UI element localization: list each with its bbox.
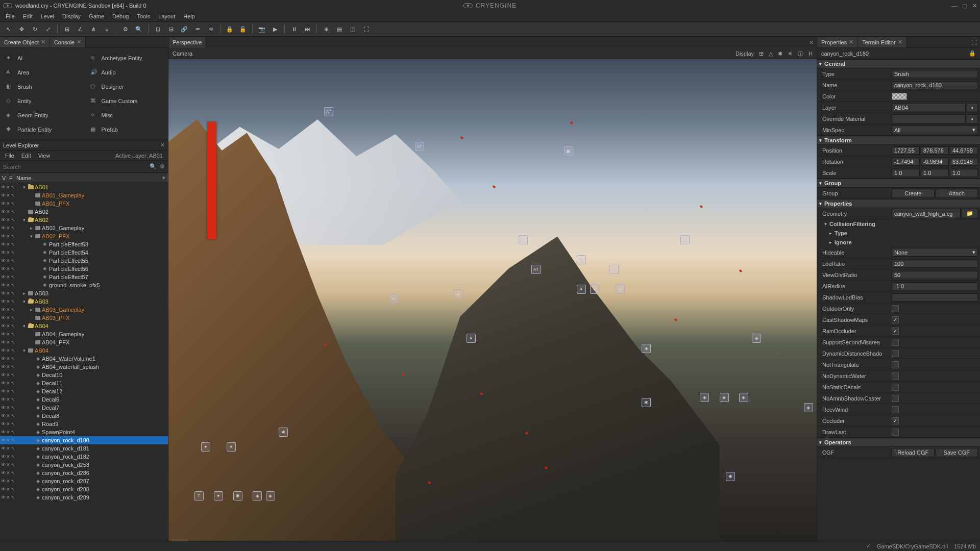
expand-icon[interactable]: ▾ (21, 299, 27, 304)
scale-z[interactable] (950, 169, 978, 177)
freeze-icon[interactable]: ✕ (6, 266, 10, 271)
freeze-icon[interactable]: ✕ (6, 348, 10, 353)
section-collision[interactable]: ▾CollisionFiltering (817, 219, 980, 229)
helper-icon[interactable]: ✱ (778, 51, 782, 57)
cursor-icon[interactable]: ↖ (11, 307, 15, 312)
visibility-icon[interactable]: 👁 (1, 217, 5, 222)
viewdist-field[interactable] (892, 271, 978, 279)
viewport-gizmo[interactable]: ✱ (279, 428, 288, 437)
nottriangulate-checkbox[interactable] (892, 361, 899, 368)
col-f[interactable]: F (7, 173, 14, 183)
viewport-gizmo[interactable]: ◈ (253, 491, 262, 500)
menu-debug[interactable]: Debug (109, 12, 132, 20)
recvwind-checkbox[interactable] (892, 406, 899, 413)
viewport-gizmo[interactable]: ▣ (564, 146, 573, 156)
menu-edit[interactable]: Edit (19, 12, 36, 20)
cursor-icon[interactable]: ↖ (11, 421, 15, 427)
tab-create-object[interactable]: Create Object✕ (0, 37, 50, 47)
viewport-gizmo[interactable]: ◈ (266, 491, 275, 500)
freeze-icon[interactable]: ✕ (6, 364, 10, 369)
freeze-icon[interactable]: ✕ (6, 283, 10, 288)
lock-icon[interactable]: 🔒 (969, 50, 976, 57)
freeze-icon[interactable]: ✕ (6, 258, 10, 263)
reload-cgf-button[interactable]: Reload CGF (892, 448, 935, 457)
pos-z[interactable] (950, 146, 978, 155)
create-prefab[interactable]: ▦Prefab (89, 123, 163, 136)
move-tool[interactable]: ✥ (16, 24, 27, 34)
visibility-icon[interactable]: 👁 (1, 462, 5, 467)
cursor-icon[interactable]: ↖ (11, 397, 15, 402)
cursor-icon[interactable]: ↖ (11, 315, 15, 320)
tree-row[interactable]: 👁✕↖▾AB02_PFX (0, 232, 168, 240)
rotate-tool[interactable]: ↻ (30, 24, 40, 34)
tree-row[interactable]: 👁✕↖◆AB04_waterfall_splash (0, 363, 168, 371)
visibility-icon[interactable]: 👁 (1, 405, 5, 410)
visibility-icon[interactable]: 👁 (1, 479, 5, 484)
viewport-gizmo[interactable]: T (194, 491, 204, 500)
menu-display[interactable]: Display (59, 12, 84, 20)
visibility-icon[interactable]: 👁 (1, 356, 5, 361)
occluder-checkbox[interactable]: ✓ (892, 417, 899, 424)
freeze-icon[interactable]: ✕ (6, 421, 10, 427)
visibility-icon[interactable]: 👁 (1, 372, 5, 378)
grid-icon[interactable]: ⊞ (759, 51, 764, 57)
visibility-icon[interactable]: 👁 (1, 201, 5, 206)
viewport-gizmo[interactable]: ◈ (700, 393, 709, 402)
ungroup-tool[interactable]: ⊟ (166, 24, 176, 34)
viewport-gizmo[interactable]: ✱ (577, 255, 586, 264)
hideable-dropdown[interactable]: None▾ (892, 248, 978, 257)
lock-tool[interactable]: 🔒 (225, 24, 235, 34)
tree-row[interactable]: 👁✕↖AB01_Gameplay (0, 191, 168, 199)
section-properties[interactable]: ▾Properties (817, 199, 980, 208)
save-cgf-button[interactable]: Save CGF (936, 448, 978, 457)
create-entity[interactable]: ◇Entity (5, 95, 79, 107)
freeze-icon[interactable]: ✕ (6, 405, 10, 410)
cursor-icon[interactable]: ↖ (11, 266, 15, 271)
group-tool[interactable]: ⊡ (153, 24, 163, 34)
color-swatch[interactable] (892, 93, 907, 100)
viewport-gizmo[interactable]: ◈ (609, 265, 619, 274)
tree-row[interactable]: 👁✕↖◆canyon_rock_d286 (0, 469, 168, 477)
close-icon[interactable]: ✕ (41, 39, 45, 45)
cursor-icon[interactable]: ↖ (11, 283, 15, 288)
visibility-icon[interactable]: 👁 (1, 332, 5, 337)
freeze-icon[interactable]: ✕ (6, 185, 10, 190)
tab-perspective[interactable]: Perspective (168, 37, 206, 48)
viewport-gizmo[interactable]: ✦ (389, 294, 398, 304)
visibility-icon[interactable]: 👁 (1, 397, 5, 402)
expand-icon[interactable]: ▾ (21, 323, 27, 329)
tree-row[interactable]: 👁✕↖AB02 (0, 208, 168, 216)
cursor-icon[interactable]: ↖ (11, 356, 15, 361)
freeze-icon[interactable]: ✕ (6, 250, 10, 255)
create-misc[interactable]: ✧Misc (89, 109, 163, 121)
rainoccluder-checkbox[interactable]: ✓ (892, 328, 899, 335)
visibility-icon[interactable]: 👁 (1, 315, 5, 320)
cursor-icon[interactable]: ↖ (11, 438, 15, 443)
freeze-icon[interactable]: ✕ (6, 470, 10, 475)
cursor-icon[interactable]: ↖ (11, 487, 15, 492)
viewport-gizmo[interactable]: ◈ (616, 285, 625, 294)
menu-layout[interactable]: Layout (155, 12, 179, 20)
cursor-icon[interactable]: ↖ (11, 364, 15, 369)
airadius-field[interactable] (892, 282, 978, 290)
link-tool[interactable]: 🔗 (179, 24, 189, 34)
outdooronly-checkbox[interactable] (892, 305, 899, 312)
freeze-icon[interactable]: ✕ (6, 397, 10, 402)
freeze-icon[interactable]: ✕ (6, 413, 10, 418)
create-geom-entity[interactable]: ◈Geom Entity (5, 109, 79, 121)
snap-terrain-tool[interactable]: ⏚ (102, 24, 112, 34)
tree-row[interactable]: 👁✕↖✱ground_smoke_pfx5 (0, 281, 168, 289)
attach-group-button[interactable]: Attach (936, 189, 978, 198)
visibility-icon[interactable]: 👁 (1, 193, 5, 198)
rot-y[interactable] (921, 158, 949, 166)
layer-browse-icon[interactable]: ▪ (967, 103, 978, 112)
tree-row[interactable]: 👁✕↖AB04_Gameplay (0, 330, 168, 338)
create-particle-entity[interactable]: ✱Particle Entity (5, 123, 79, 136)
expand-icon[interactable]: ▸ (21, 291, 27, 296)
expand-icon[interactable]: ▸ (29, 307, 34, 312)
tree-row[interactable]: 👁✕↖◆Decal11 (0, 379, 168, 387)
viewport-gizmo[interactable]: AT (531, 265, 541, 274)
tree-row[interactable]: 👁✕↖◆canyon_rock_d180 (0, 436, 168, 444)
geometry-field[interactable] (892, 209, 961, 218)
menu-game[interactable]: Game (85, 12, 108, 20)
